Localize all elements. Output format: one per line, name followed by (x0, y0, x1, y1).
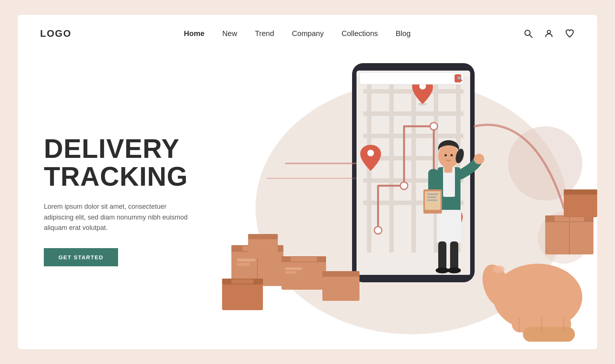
header: LOGO Home New Trend Company Collections … (18, 15, 597, 52)
page-container: LOGO Home New Trend Company Collections … (18, 15, 597, 349)
svg-rect-28 (359, 72, 463, 84)
svg-rect-49 (285, 267, 302, 270)
svg-text:🔍: 🔍 (457, 76, 463, 81)
svg-point-21 (374, 227, 382, 234)
navigation: Home New Trend Company Collections Blog (184, 29, 411, 38)
svg-point-77 (445, 154, 447, 156)
svg-point-71 (474, 154, 484, 164)
svg-rect-50 (285, 271, 296, 274)
svg-point-74 (436, 267, 449, 273)
svg-point-23 (430, 123, 437, 130)
get-started-button[interactable]: GET STARTED (44, 248, 118, 266)
svg-point-61 (438, 144, 459, 168)
heart-icon[interactable] (564, 28, 575, 39)
svg-rect-68 (427, 194, 438, 195)
nav-company[interactable]: Company (292, 29, 324, 38)
svg-point-75 (448, 267, 461, 273)
logo: LOGO (40, 28, 72, 39)
svg-line-1 (530, 35, 532, 38)
search-icon[interactable] (523, 28, 533, 39)
svg-rect-17 (389, 82, 394, 253)
svg-rect-48 (237, 263, 250, 266)
svg-rect-18 (411, 82, 416, 253)
svg-rect-70 (427, 199, 437, 201)
svg-rect-64 (437, 210, 461, 243)
svg-point-22 (400, 182, 408, 189)
hero-title: DELIVERY TRACKING (44, 135, 211, 191)
nav-blog[interactable]: Blog (396, 29, 411, 38)
nav-collections[interactable]: Collections (342, 29, 378, 38)
svg-rect-44 (248, 234, 278, 239)
nav-home[interactable]: Home (184, 29, 205, 38)
svg-rect-47 (237, 259, 256, 261)
svg-point-26 (367, 150, 374, 156)
svg-rect-72 (438, 241, 446, 271)
svg-rect-73 (450, 241, 458, 271)
svg-rect-85 (564, 189, 597, 195)
svg-rect-69 (427, 196, 436, 198)
hero-description: Lorem ipsum dolor sit amet, consectetuer… (44, 201, 192, 233)
svg-point-2 (547, 30, 551, 33)
svg-rect-76 (444, 165, 452, 173)
right-section: 🔍 (211, 52, 597, 349)
svg-rect-56 (523, 327, 575, 342)
header-icons (523, 28, 575, 39)
nav-trend[interactable]: Trend (255, 29, 274, 38)
svg-rect-46 (322, 271, 359, 277)
svg-point-78 (450, 154, 453, 156)
svg-rect-39 (291, 257, 317, 261)
user-icon[interactable] (544, 28, 554, 39)
nav-new[interactable]: New (222, 29, 237, 38)
main-content: DELIVERY TRACKING Lorem ipsum dolor sit … (18, 52, 597, 349)
svg-rect-42 (231, 279, 254, 284)
left-section: DELIVERY TRACKING Lorem ipsum dolor sit … (18, 52, 211, 349)
svg-point-60 (493, 266, 505, 273)
